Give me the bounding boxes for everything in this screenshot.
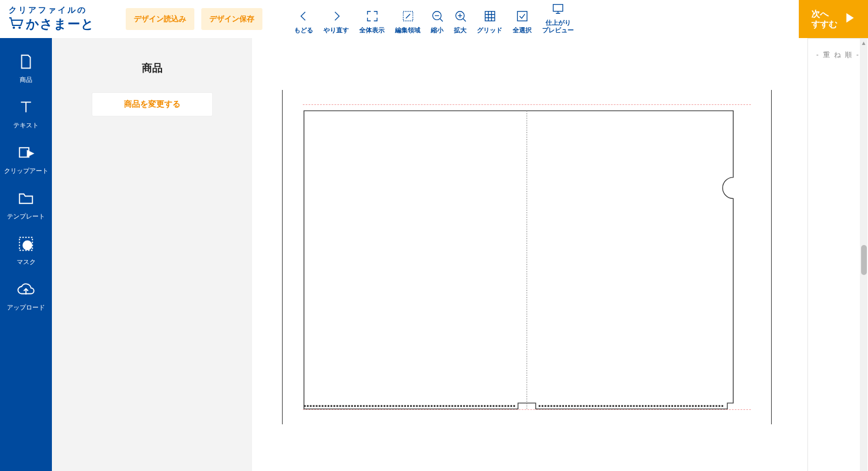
next-button-line2: すすむ [811, 19, 837, 29]
header-buttons: デザイン読込み デザイン保存 [126, 8, 262, 30]
next-button-line1: 次へ [811, 9, 837, 19]
logo[interactable]: クリアファイルの かさまーと [0, 5, 121, 33]
grid-label: グリッド [477, 27, 502, 35]
zoom-out-icon [431, 10, 444, 22]
fit-all-label: 全体表示 [359, 27, 385, 35]
change-product-button[interactable]: 商品を変更する [92, 92, 213, 116]
svg-marker-19 [846, 13, 854, 23]
edit-area-icon [401, 10, 414, 22]
text-icon [17, 99, 35, 117]
side-panel: 商品 商品を変更する [52, 38, 252, 471]
side-panel-title: 商品 [142, 61, 163, 75]
nav-product[interactable]: 商品 [0, 46, 52, 92]
cart-icon [9, 17, 24, 32]
chevron-right-icon [330, 10, 343, 22]
fit-all-button[interactable]: 全体表示 [359, 3, 385, 35]
svg-point-1 [18, 27, 21, 29]
header: クリアファイルの かさまーと デザイン読込み デザイン保存 もどる やり直す 全… [0, 0, 868, 38]
clipart-icon [17, 144, 35, 163]
undo-label: もどる [294, 27, 313, 35]
main: 商品 テキスト クリップアート テンプレート マスク アップロード 商品 商品を… [0, 38, 868, 471]
nav-clipart-label: クリップアート [4, 167, 48, 175]
preview-label-1: 仕上がり [546, 19, 571, 27]
monitor-icon [552, 2, 565, 15]
redo-button[interactable]: やり直す [324, 3, 349, 35]
mask-icon [17, 235, 35, 254]
zoom-out-button[interactable]: 縮小 [431, 3, 444, 35]
scrollbar-up-icon[interactable]: ▲ [860, 39, 867, 47]
scrollbar-thumb[interactable] [861, 245, 867, 275]
upload-icon [17, 281, 35, 299]
design-save-button[interactable]: デザイン保存 [201, 8, 262, 30]
nav-upload-label: アップロード [7, 303, 45, 312]
select-all-label: 全選択 [513, 27, 532, 35]
canvas-area[interactable] [252, 38, 807, 471]
zoom-in-button[interactable]: 拡大 [454, 3, 467, 35]
layer-panel: - 重 ね 順 - ▲ [807, 38, 868, 471]
toolbar: もどる やり直す 全体表示 編集領域 縮小 拡大 グリッド 全選 [294, 3, 574, 35]
edit-area-label: 編集領域 [395, 27, 420, 35]
svg-rect-16 [553, 5, 563, 12]
svg-line-9 [463, 19, 466, 22]
svg-rect-15 [517, 12, 527, 21]
grid-button[interactable]: グリッド [477, 3, 502, 35]
next-button[interactable]: 次へ すすむ [799, 0, 868, 38]
zoom-out-label: 縮小 [431, 27, 444, 35]
edit-area-button[interactable]: 編集領域 [395, 3, 420, 35]
canvas-inner [282, 90, 772, 424]
svg-marker-23 [28, 150, 33, 156]
nav-template-label: テンプレート [7, 212, 45, 221]
select-all-button[interactable]: 全選択 [513, 3, 532, 35]
nav-upload[interactable]: アップロード [0, 274, 52, 319]
nav-template[interactable]: テンプレート [0, 183, 52, 228]
preview-button[interactable]: 仕上がり プレビュー [542, 3, 574, 35]
left-nav: 商品 テキスト クリップアート テンプレート マスク アップロード [0, 38, 52, 471]
undo-button[interactable]: もどる [294, 3, 313, 35]
svg-line-5 [440, 19, 443, 22]
expand-icon [366, 10, 378, 22]
select-all-icon [516, 10, 529, 22]
play-icon [843, 12, 856, 27]
file-icon [17, 53, 35, 71]
redo-label: やり直す [324, 27, 349, 35]
svg-rect-10 [485, 12, 495, 21]
nav-mask-label: マスク [17, 258, 36, 266]
nav-text[interactable]: テキスト [0, 92, 52, 137]
zoom-in-icon [454, 10, 467, 22]
product-outline [303, 110, 751, 416]
svg-point-0 [13, 27, 15, 29]
preview-label-2: プレビュー [542, 27, 574, 35]
logo-main-text: かさまーと [26, 16, 95, 33]
folder-icon [17, 190, 35, 208]
nav-text-label: テキスト [13, 121, 39, 130]
svg-point-25 [23, 241, 32, 250]
design-load-button[interactable]: デザイン読込み [126, 8, 194, 30]
layer-panel-title: - 重 ね 順 - [816, 50, 859, 60]
nav-product-label: 商品 [20, 76, 32, 84]
bleed-line-top [303, 104, 751, 105]
scrollbar-track[interactable]: ▲ [860, 39, 867, 471]
chevron-left-icon [298, 10, 310, 22]
nav-clipart[interactable]: クリップアート [0, 137, 52, 183]
nav-mask[interactable]: マスク [0, 228, 52, 274]
zoom-in-label: 拡大 [454, 27, 467, 35]
logo-subtitle: クリアファイルの [9, 5, 87, 16]
grid-icon [483, 10, 496, 22]
